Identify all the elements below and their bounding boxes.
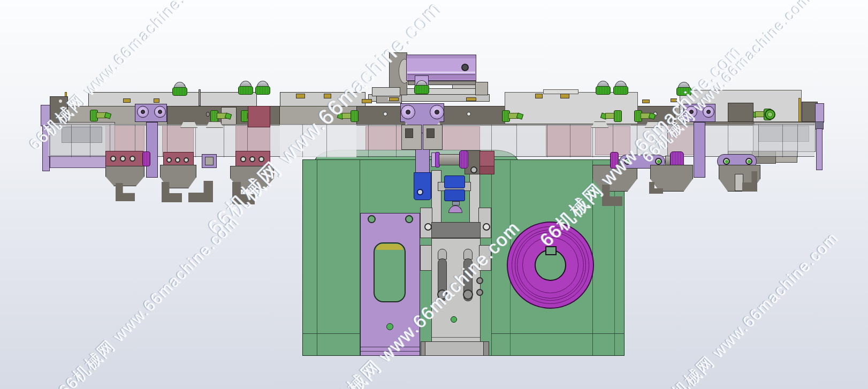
band-seam (224, 125, 224, 157)
pin-knurled-flange (459, 150, 468, 169)
band-seam (71, 125, 72, 157)
clamp-block-red-tall (248, 106, 270, 127)
side-bolt (476, 289, 483, 296)
band-seam (570, 125, 570, 157)
screw-ring (614, 110, 622, 122)
actuator-step-strip (452, 85, 476, 89)
beam-top-step (372, 87, 400, 96)
slide-foot-right-sliver (483, 341, 489, 356)
plate-seam (361, 351, 420, 352)
band-bright-insert (280, 125, 356, 157)
cylinder-port-hole (461, 64, 469, 71)
tan-pad (362, 99, 372, 103)
tan-pad (296, 94, 305, 98)
cap-green-ring (596, 86, 611, 95)
cap-green-ring (238, 86, 253, 95)
tan-pad (642, 100, 650, 103)
band-seam (637, 125, 637, 157)
knurled-bushing (610, 152, 619, 169)
band-seam (90, 125, 90, 157)
cad-screenshot: 66机械网 www.66machine.com 66机械网 www.66mach… (0, 0, 868, 389)
washer-hole (435, 110, 439, 115)
end-plate-right-top (815, 103, 824, 123)
link-green-dot (725, 160, 728, 163)
washer-hole (706, 110, 711, 114)
band-seam (797, 125, 798, 157)
cap-green-ring (172, 87, 187, 96)
band-seam (592, 125, 593, 157)
link-green-dot (657, 160, 660, 163)
band-seam (547, 125, 547, 157)
gripper-hook (188, 181, 213, 202)
red-stop-block (479, 151, 494, 166)
plate-slot-yellow-edge (376, 244, 403, 250)
cylinder-highlight-line (407, 72, 475, 73)
dome-cap-bolt (596, 81, 610, 94)
yoke-stem-right (694, 122, 705, 178)
thumb-screw (210, 110, 231, 121)
gripper-jaw (105, 166, 144, 186)
strap-hole (417, 189, 423, 195)
tan-pad (560, 94, 569, 98)
band-seam (728, 125, 728, 157)
clevis-arm-left (431, 170, 441, 225)
block-dot (59, 100, 62, 103)
slide-foot (425, 341, 484, 356)
blue-cylinder-block (444, 189, 465, 201)
body-step-seam (491, 333, 625, 334)
band-seam (782, 125, 783, 157)
bar-hole (383, 112, 387, 116)
cap-green-ring (676, 87, 691, 96)
washer-hole (141, 110, 145, 114)
slide-green-dot (451, 316, 457, 323)
watermark-text: 66机械网 www.66machine.com (54, 211, 244, 389)
tan-pad (389, 97, 399, 101)
thumb-screw (90, 110, 110, 120)
washer-hole (406, 110, 410, 115)
band-seam (758, 125, 759, 157)
dome-cap-bolt (676, 82, 690, 95)
cap-green-ring (255, 86, 270, 95)
cap-green-ring (613, 86, 628, 95)
clamp-hole (240, 156, 246, 162)
slot-bolt (463, 289, 473, 300)
tan-pad (154, 98, 159, 103)
pin-block-hole (470, 166, 477, 173)
clamp-hole (184, 157, 189, 163)
tab-bolt-hole (424, 223, 432, 231)
plate-green-dot (386, 323, 393, 330)
clamp-hole (249, 156, 255, 162)
cylinder-top-edge (407, 55, 476, 58)
band-seam (302, 125, 303, 157)
thumb-screw (634, 110, 654, 121)
tan-pad (671, 98, 677, 102)
actuator-step-block (475, 82, 488, 95)
thumb-screw (337, 110, 357, 121)
washer-hole (689, 110, 694, 114)
body-seam (317, 159, 317, 356)
band-seam (195, 125, 196, 157)
thumb-screw (502, 110, 522, 121)
u-channel-inner (205, 157, 214, 165)
bar-hole (206, 112, 210, 117)
tan-pad (324, 94, 331, 98)
watermark-text: 66机械网 www.66machine.com (653, 227, 843, 389)
tab-bolt-hole (483, 223, 490, 231)
blue-block-tab (452, 201, 460, 205)
screw-ring (351, 110, 359, 122)
blue-cylinder-block (444, 176, 465, 188)
body-seam (491, 161, 492, 356)
tan-pad (535, 94, 543, 98)
thin-post (199, 89, 201, 106)
link-green-dot (748, 160, 751, 163)
slide-outer-tab (479, 245, 491, 271)
thumb-screw (600, 110, 621, 121)
dome-cap-bolt (238, 81, 252, 94)
piston-green-ring-nut (414, 85, 429, 94)
body-step-seam (302, 333, 360, 334)
clamp-hole (175, 157, 180, 163)
band-seam (667, 125, 668, 157)
bar-hole (467, 112, 471, 116)
jaw-side-tab (735, 174, 743, 191)
blue-clamp-strap (414, 172, 431, 200)
